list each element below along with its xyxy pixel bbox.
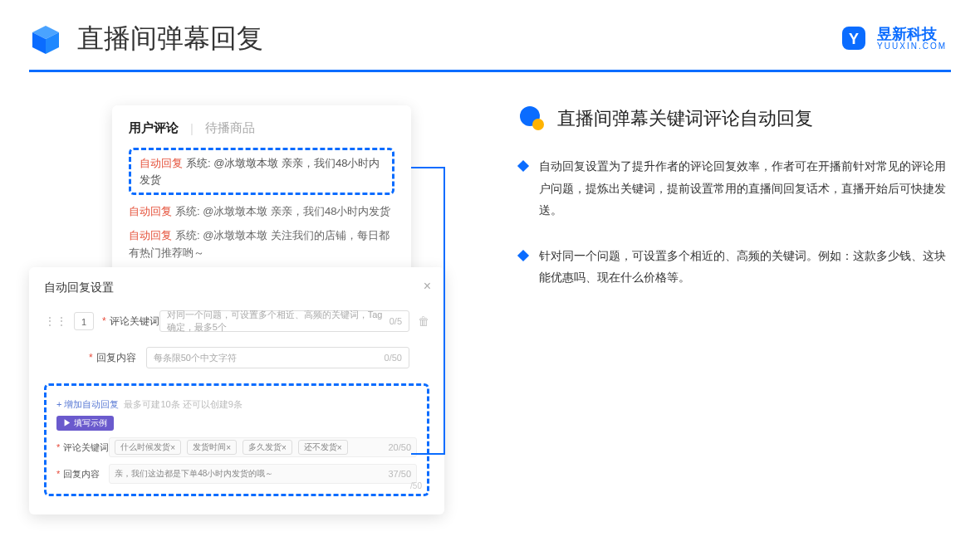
example-content-input[interactable]: 亲，我们这边都是下单48小时内发货的哦～ 37/50 (109, 464, 417, 484)
required-star: * (89, 352, 93, 363)
content-row: * 回复内容 每条限50个中文字符 0/50 (44, 347, 429, 368)
content-count: 0/50 (385, 353, 402, 363)
page-title: 直播间弹幕回复 (77, 21, 263, 57)
required-star: * (56, 469, 60, 479)
bullet-item: 针对同一个问题，可设置多个相近的、高频的关键词。例如：这款多少钱、这块能优惠吗、… (519, 245, 951, 289)
keyword-placeholder: 对同一个问题，可设置多个相近、高频的关键词，Tag确定，最多5个 (167, 309, 390, 334)
required-star: * (56, 442, 60, 452)
example-content-count: 37/50 (388, 469, 411, 479)
keyword-input[interactable]: 对同一个问题，可设置多个相近、高频的关键词，Tag确定，最多5个 0/5 (159, 310, 409, 332)
svg-text:Y: Y (849, 31, 859, 47)
add-hint: 最多可建10条 还可以创建9条 (124, 399, 242, 409)
example-box: + 增加自动回复最多可建10条 还可以创建9条 ▶ 填写示例 * 评论关键词 什… (44, 383, 429, 496)
content-placeholder: 每条限50个中文字符 (154, 352, 237, 364)
keyword-count: 0/5 (390, 316, 402, 326)
tab-pending-goods[interactable]: 待播商品 (205, 120, 255, 136)
highlighted-reply: 自动回复系统: @冰墩墩本墩 亲亲，我们48小时内发货 (129, 148, 394, 195)
add-auto-reply-link[interactable]: + 增加自动回复最多可建10条 还可以创建9条 (56, 399, 243, 409)
chat-bubble-icon (519, 105, 546, 132)
diamond-icon (517, 250, 529, 261)
brand-logo-icon: Y (839, 23, 869, 53)
example-badge: ▶ 填写示例 (56, 416, 114, 431)
example-keyword-input[interactable]: 什么时候发货× 发货时间× 多久发货× 还不发货× 20/50 (109, 437, 417, 457)
settings-card: 自动回复设置 × ⋮⋮ 1 * 评论关键词 对同一个问题，可设置多个相近、高频的… (29, 267, 444, 514)
content-label: 回复内容 (96, 351, 146, 365)
settings-title: 自动回复设置 (44, 280, 429, 295)
brand-block: Y 昱新科技 YUUXIN.COM (839, 23, 947, 53)
example-keyword-count: 20/50 (388, 442, 411, 452)
close-icon[interactable]: × (424, 279, 431, 294)
example-content-label: 回复内容 (63, 468, 109, 480)
bullet-text: 针对同一个问题，可设置多个相近的、高频的关键词。例如：这款多少钱、这块能优惠吗、… (539, 245, 951, 289)
required-star: * (102, 315, 106, 327)
row-number: 1 (74, 312, 94, 330)
example-keyword-row: * 评论关键词 什么时候发货× 发货时间× 多久发货× 还不发货× 20/50 (56, 437, 417, 457)
auto-reply-tag: 自动回复 (129, 205, 172, 217)
bullet-item: 自动回复设置为了提升作者的评论回复效率，作者可在开播前针对常见的评论用户问题，提… (519, 155, 951, 222)
auto-reply-tag: 自动回复 (129, 229, 172, 241)
comments-card: 用户评论 | 待播商品 自动回复系统: @冰墩墩本墩 亲亲，我们48小时内发货 … (112, 105, 411, 280)
auto-reply-tag: 自动回复 (140, 157, 183, 169)
svg-point-6 (532, 119, 544, 130)
example-content-row: * 回复内容 亲，我们这边都是下单48小时内发货的哦～ 37/50 (56, 464, 417, 484)
example-content-text: 亲，我们这边都是下单48小时内发货的哦～ (115, 468, 273, 480)
tab-user-comments[interactable]: 用户评论 (129, 120, 179, 136)
cube-icon (29, 22, 62, 56)
section-title: 直播间弹幕关键词评论自动回复 (557, 106, 813, 131)
tab-separator: | (190, 121, 194, 135)
drag-handle-icon[interactable]: ⋮⋮ (44, 315, 67, 328)
content-input[interactable]: 每条限50个中文字符 0/50 (146, 347, 409, 368)
chip-tag[interactable]: 多久发货× (243, 440, 292, 455)
brand-url: YUUXIN.COM (877, 41, 947, 51)
diamond-icon (517, 160, 529, 172)
keyword-row: ⋮⋮ 1 * 评论关键词 对同一个问题，可设置多个相近、高频的关键词，Tag确定… (44, 310, 429, 332)
chip-tag[interactable]: 什么时候发货× (115, 440, 181, 455)
delete-icon[interactable]: 🗑 (418, 315, 429, 328)
reply-text: 系统: @冰墩墩本墩 亲亲，我们48小时内发货 (175, 205, 391, 217)
stray-count: /50 (410, 481, 422, 490)
brand-name: 昱新科技 (877, 27, 947, 41)
bullet-text: 自动回复设置为了提升作者的评论回复效率，作者可在开播前针对常见的评论用户问题，提… (539, 155, 951, 222)
example-keyword-label: 评论关键词 (63, 441, 109, 454)
keyword-label: 评论关键词 (110, 315, 159, 329)
chip-tag[interactable]: 还不发货× (298, 440, 348, 455)
chip-tag[interactable]: 发货时间× (187, 440, 237, 455)
